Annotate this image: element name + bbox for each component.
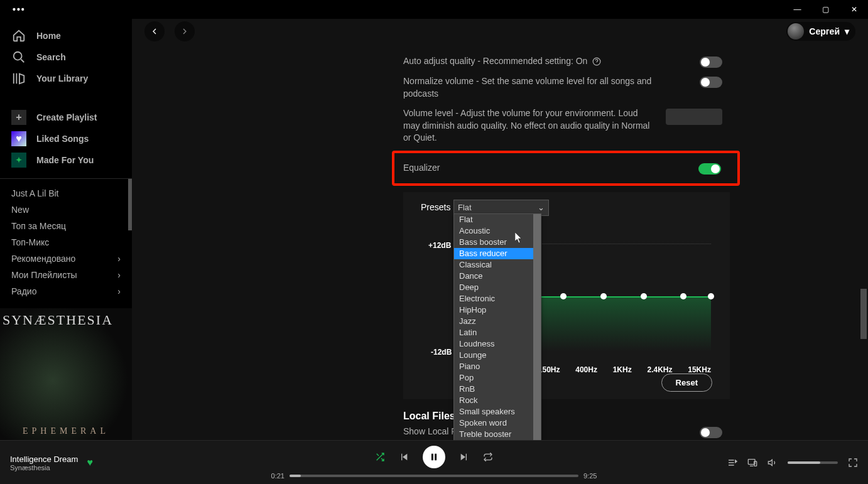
chevron-right-icon: ›	[117, 286, 121, 296]
playlist-folder[interactable]: Радио›	[0, 283, 132, 299]
svg-rect-2	[431, 454, 433, 461]
previous-button[interactable]	[399, 452, 409, 462]
window-maximize[interactable]: ▢	[811, 0, 840, 19]
user-menu[interactable]: Сергей ▾	[786, 22, 855, 41]
track-title: Intelligence Dream	[10, 454, 78, 464]
toggle-local-files[interactable]	[700, 427, 722, 438]
nav-forward-button[interactable]	[175, 21, 195, 41]
preset-option[interactable]: Treble booster	[454, 429, 541, 440]
section-local-files: Local Files	[403, 411, 730, 422]
avatar	[788, 23, 804, 40]
playlist-item[interactable]: Топ за Месяц	[0, 218, 132, 234]
eq-handle[interactable]	[680, 293, 686, 299]
eq-handle[interactable]	[560, 293, 567, 299]
reset-button[interactable]: Reset	[661, 374, 712, 392]
sidebar: Home Search Your Library + Create Playli…	[0, 19, 132, 440]
eq-handle[interactable]	[641, 293, 647, 299]
playlist-folder[interactable]: Мои Плейлисты›	[0, 267, 132, 283]
like-button[interactable]: ♥	[87, 457, 93, 468]
eq-gain-max: +12dB	[428, 241, 451, 250]
setting-show-local-files: Show Local Files	[403, 422, 730, 440]
time-elapsed: 0:21	[271, 472, 285, 480]
time-total: 9:25	[583, 472, 597, 480]
nav-home[interactable]: Home	[0, 25, 132, 46]
fullscreen-button[interactable]	[848, 458, 858, 468]
queue-button[interactable]	[727, 458, 737, 468]
play-pause-button[interactable]	[423, 446, 445, 468]
nav-search-label: Search	[36, 52, 66, 62]
help-icon[interactable]	[592, 57, 601, 66]
preset-option[interactable]: Latin	[454, 327, 541, 338]
now-playing-info[interactable]: Intelligence Dream Synæsthesia	[10, 454, 78, 471]
devices-button[interactable]	[747, 458, 757, 468]
presets-dropdown[interactable]: FlatAcousticBass boosterBass reducerClas…	[453, 213, 541, 440]
preset-option[interactable]: Bass booster	[454, 237, 541, 248]
progress-bar[interactable]	[290, 475, 578, 477]
repeat-button[interactable]	[483, 452, 493, 462]
album-art-title: SYNÆSTHESIA	[3, 312, 129, 328]
toggle-normalize[interactable]	[700, 77, 722, 88]
preset-option[interactable]: RnB	[454, 384, 541, 395]
setting-auto-adjust: Auto adjust quality - Recommended settin…	[403, 44, 730, 72]
svg-point-0	[14, 52, 22, 60]
window-minimize[interactable]: —	[783, 0, 811, 19]
preset-option[interactable]: Lounge	[454, 350, 541, 361]
nav-search[interactable]: Search	[0, 46, 132, 68]
preset-option[interactable]: Acoustic	[454, 225, 541, 237]
chevron-right-icon: ›	[117, 270, 121, 280]
eq-handle[interactable]	[708, 293, 714, 299]
preset-option[interactable]: Classical	[454, 259, 541, 271]
preset-option[interactable]: Jazz	[454, 316, 541, 327]
toggle-equalizer[interactable]	[698, 163, 721, 175]
preset-option[interactable]: Loudness	[454, 338, 541, 350]
playlist-folder[interactable]: Рекомендовано›	[0, 250, 132, 267]
playlist-item[interactable]: Топ-Микс	[0, 234, 132, 250]
heart-icon: ♥	[11, 131, 26, 146]
preset-option[interactable]: Pop	[454, 372, 541, 384]
next-button[interactable]	[459, 452, 469, 462]
toggle-auto-adjust[interactable]	[700, 56, 722, 68]
nav-made-for-you[interactable]: ✦ Made For You	[0, 149, 132, 171]
volume-level-select[interactable]	[666, 109, 722, 125]
preset-option[interactable]: Small speakers	[454, 406, 541, 417]
nav-liked-songs[interactable]: ♥ Liked Songs	[0, 128, 132, 149]
app-menu-button[interactable]: •••	[0, 4, 26, 14]
setting-normalize-label: Normalize volume - Set the same volume l…	[403, 75, 687, 100]
setting-normalize: Normalize volume - Set the same volume l…	[403, 72, 730, 104]
preset-option[interactable]: Flat	[454, 214, 541, 225]
nav-library-label: Your Library	[36, 73, 88, 83]
volume-bar[interactable]	[788, 461, 838, 464]
eq-gain-min: -12dB	[431, 348, 452, 357]
volume-button[interactable]	[768, 458, 778, 468]
nav-create-playlist[interactable]: + Create Playlist	[0, 107, 132, 128]
main-scrollbar[interactable]	[859, 19, 868, 440]
eq-handle[interactable]	[600, 293, 607, 299]
chevron-right-icon: ›	[117, 254, 121, 264]
preset-option[interactable]: Spoken word	[454, 417, 541, 429]
nav-back-button[interactable]	[144, 21, 165, 41]
preset-option[interactable]: Deep	[454, 282, 541, 293]
player-bar: Intelligence Dream Synæsthesia ♥ 0:21	[0, 440, 868, 484]
chevron-down-icon: ⌄	[538, 203, 545, 212]
presets-label: Presets	[421, 202, 450, 212]
now-playing-art[interactable]: SYNÆSTHESIA EPHEMERAL	[0, 308, 132, 440]
playlist-item[interactable]: Just A Lil Bit	[0, 185, 132, 202]
home-icon	[11, 28, 26, 43]
preset-option[interactable]: HipHop	[454, 304, 541, 316]
preset-option[interactable]: Electronic	[454, 293, 541, 304]
window-close[interactable]: ✕	[840, 0, 868, 19]
preset-option[interactable]: Rock	[454, 395, 541, 406]
nav-create-label: Create Playlist	[36, 112, 97, 122]
sparkle-icon: ✦	[11, 153, 26, 168]
preset-option[interactable]: Bass reducer	[454, 248, 541, 259]
nav-liked-label: Liked Songs	[36, 134, 89, 144]
presets-selected-value: Flat	[458, 203, 472, 212]
shuffle-button[interactable]	[375, 452, 385, 462]
preset-option[interactable]: Dance	[454, 271, 541, 282]
nav-library[interactable]: Your Library	[0, 68, 132, 89]
playlist-list[interactable]: Just A Lil Bit New Топ за Месяц Топ-Микс…	[0, 178, 132, 308]
window-titlebar: ••• — ▢ ✕	[0, 0, 868, 19]
preset-option[interactable]: Piano	[454, 361, 541, 372]
user-name: Сергей	[809, 26, 840, 36]
playlist-item[interactable]: New	[0, 202, 132, 218]
